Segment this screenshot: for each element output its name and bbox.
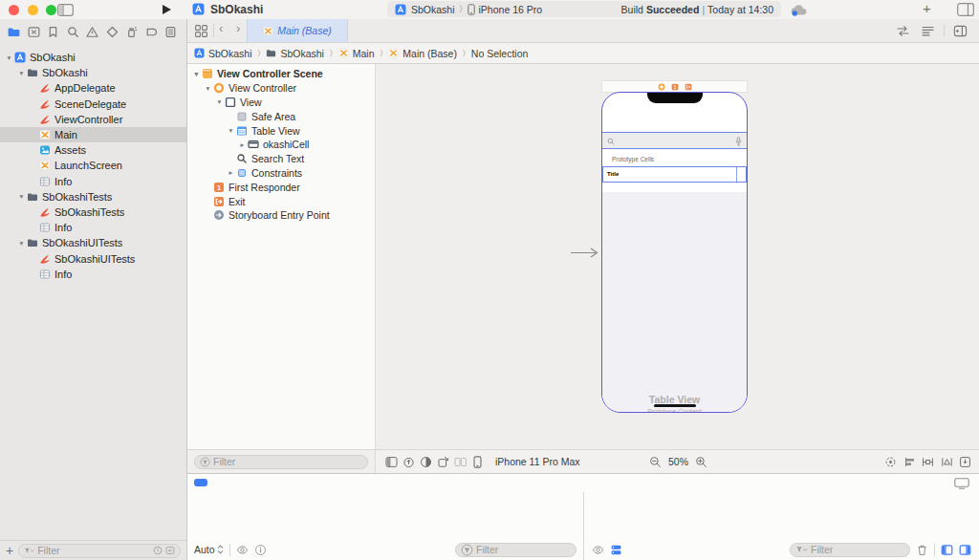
scheme-selector[interactable]: SbOkashi <box>411 4 455 15</box>
disclosure-triangle[interactable]: ▸ <box>226 168 236 177</box>
file-row-sbokashi[interactable]: ▾SbOkashi <box>0 65 186 80</box>
nav-bookmarks-icon[interactable] <box>46 25 60 39</box>
disclosure-triangle[interactable]: ▾ <box>16 192 27 201</box>
console-toggle-icon[interactable] <box>610 544 622 556</box>
orientation-icon[interactable] <box>437 456 449 468</box>
recent-square-icon[interactable] <box>165 546 175 555</box>
variables-filter-field[interactable]: Filter <box>455 543 577 557</box>
nav-source-control-icon[interactable] <box>27 25 41 39</box>
editor-options-lines-icon[interactable] <box>921 24 935 38</box>
breadcrumb-sbokashi[interactable]: SbOkashi <box>266 48 324 59</box>
disclosure-triangle[interactable]: ▾ <box>4 54 14 62</box>
show-console-toggle-icon[interactable] <box>959 544 971 556</box>
chevron-back-icon[interactable]: ‹ <box>219 21 223 35</box>
outline-row-exit[interactable]: Exit <box>187 194 375 208</box>
file-row-info[interactable]: Info <box>0 220 186 235</box>
nav-breakpoints-icon[interactable] <box>144 25 159 39</box>
add-editor-icon[interactable] <box>953 24 968 38</box>
outline-row-table-view[interactable]: ▾Table View <box>187 123 375 138</box>
funnel-icon[interactable] <box>461 544 473 556</box>
prototype-cell[interactable]: Title <box>602 166 747 183</box>
disclosure-triangle[interactable]: ▾ <box>16 69 27 77</box>
view-controller-device[interactable]: Prototype Cells Title Table View Prototy… <box>601 92 748 413</box>
show-variables-toggle-icon[interactable] <box>941 544 953 556</box>
editor-layout-icon[interactable] <box>957 3 974 16</box>
zoom-button[interactable] <box>46 5 56 15</box>
chevron-forward-icon[interactable]: › <box>236 21 240 35</box>
debug-area-pill[interactable] <box>194 479 207 486</box>
disclosure-triangle[interactable]: ▾ <box>214 97 225 106</box>
file-row-launchscreen[interactable]: LaunchScreen <box>0 158 186 173</box>
interface-builder-canvas[interactable]: 1 Prototype Cells Title Table View Proto… <box>375 64 979 449</box>
xcode-cloud-icon[interactable] <box>790 4 808 16</box>
funnel-chevron-icon[interactable] <box>24 546 34 556</box>
funnel-chevron-icon[interactable] <box>795 544 808 556</box>
outline-row-view[interactable]: ▾View <box>187 96 375 110</box>
add-file-button[interactable]: + <box>6 544 13 557</box>
outline-row-search-text[interactable]: Search Text <box>187 152 375 166</box>
zoom-in-icon[interactable] <box>695 456 707 468</box>
file-row-assets[interactable]: Assets <box>0 142 186 158</box>
appearance-icon[interactable] <box>420 456 432 468</box>
tab-main-base[interactable]: Main (Base) <box>247 19 348 42</box>
breadcrumb-main[interactable]: Main <box>338 48 375 59</box>
view-controller-icon[interactable] <box>658 83 665 91</box>
nav-reports-icon[interactable] <box>163 25 178 39</box>
exit-icon[interactable] <box>685 83 692 91</box>
search-bar[interactable] <box>602 132 747 149</box>
nav-issues-icon[interactable] <box>85 25 99 39</box>
file-row-info[interactable]: Info <box>0 174 186 189</box>
zoom-out-icon[interactable] <box>649 456 662 468</box>
resolve-issues-icon[interactable] <box>941 456 953 468</box>
file-row-info[interactable]: Info <box>0 267 186 282</box>
file-row-viewcontroller[interactable]: ViewController <box>0 112 186 127</box>
file-row-main[interactable]: Main <box>0 127 186 142</box>
table-view-background[interactable]: Table View Prototype Content <box>602 192 747 412</box>
storyboard-entry-arrow[interactable] <box>570 247 601 259</box>
nav-find-icon[interactable] <box>66 25 80 39</box>
nav-project-icon[interactable] <box>7 25 21 39</box>
info-icon[interactable] <box>254 544 267 556</box>
breadcrumb-no-selection[interactable]: No Selection <box>471 48 529 59</box>
outline-row-storyboard-entry-point[interactable]: Storyboard Entry Point <box>187 208 375 223</box>
file-row-sbokashitests[interactable]: SbOkashiTests <box>0 205 186 220</box>
variables-scope-popup[interactable]: Auto <box>194 544 224 555</box>
update-frames-icon[interactable] <box>884 456 897 468</box>
breadcrumb-main-base-[interactable]: Main (Base) <box>388 48 457 59</box>
breadcrumb-sbokashi[interactable]: SbOkashi <box>194 48 252 59</box>
file-row-sbokashiuitests[interactable]: ▾SbOkashiUITests <box>0 235 186 250</box>
align-icon[interactable] <box>903 456 916 468</box>
outline-row-okashicell[interactable]: ▸okashiCell <box>187 138 375 152</box>
zoom-level[interactable]: 50% <box>668 456 688 467</box>
eye-icon[interactable] <box>592 544 604 556</box>
disclosure-triangle[interactable]: ▾ <box>16 239 27 248</box>
add-button[interactable]: + <box>923 0 931 16</box>
outline-filter-field[interactable]: Filter <box>194 455 368 469</box>
device-name-button[interactable]: iPhone 11 Pro Max <box>495 456 580 467</box>
disclosure-triangle[interactable]: ▾ <box>203 84 213 93</box>
outline-row-first-responder[interactable]: 1First Responder <box>187 180 375 194</box>
file-row-scenedelegate[interactable]: SceneDelegate <box>0 97 186 112</box>
panel-left-icon[interactable] <box>385 456 398 468</box>
outline-row-constraints[interactable]: ▸Constraints <box>187 166 375 181</box>
code-review-arrows-icon[interactable] <box>896 24 910 38</box>
embed-icon[interactable] <box>959 456 971 468</box>
activity-status[interactable]: Build Succeeded | Today at 14:30 <box>621 4 773 15</box>
disclosure-triangle[interactable]: ▸ <box>237 140 248 149</box>
file-row-appdelegate[interactable]: AppDelegate <box>0 80 186 96</box>
outline-row-safe-area[interactable]: Safe Area <box>187 109 375 123</box>
clock-icon[interactable] <box>153 546 163 555</box>
nav-tests-icon[interactable] <box>105 25 120 39</box>
close-button[interactable] <box>9 5 19 15</box>
sidebar-toggle-icon[interactable] <box>57 4 74 16</box>
device-bezel-icon[interactable] <box>402 456 415 468</box>
add-constraints-icon[interactable] <box>922 456 934 468</box>
outline-row-view-controller-scene[interactable]: ▾View Controller Scene <box>187 67 375 81</box>
related-items-grid-icon[interactable] <box>194 24 208 38</box>
navigator-filter-field[interactable]: Filter <box>18 544 181 558</box>
first-responder-icon[interactable]: 1 <box>671 83 679 91</box>
run-play-button[interactable] <box>162 4 172 15</box>
device-phone-icon[interactable] <box>471 456 484 468</box>
console-filter-field[interactable]: Filter <box>790 543 910 557</box>
disclosure-triangle[interactable]: ▾ <box>191 70 202 78</box>
